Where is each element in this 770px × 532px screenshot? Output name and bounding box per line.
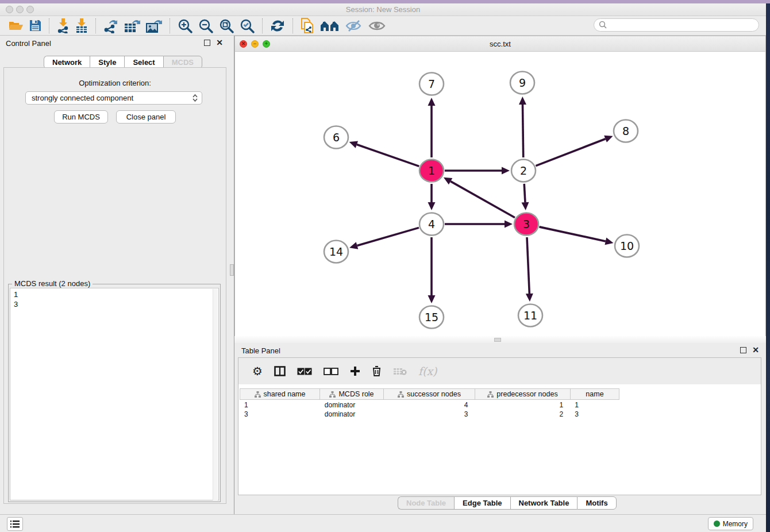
column-header-label: successor nodes xyxy=(407,390,461,398)
close-panel-icon[interactable]: ✕ xyxy=(752,347,759,353)
table-row[interactable]: 1dominator411 xyxy=(240,400,619,410)
network-close-button[interactable]: ✕ xyxy=(240,40,247,48)
save-session-icon[interactable] xyxy=(29,18,41,34)
window-zoom-button[interactable] xyxy=(26,6,34,13)
add-column-icon[interactable] xyxy=(350,366,360,376)
column-header-name[interactable]: name xyxy=(571,388,619,400)
tab-edge-table[interactable]: Edge Table xyxy=(454,496,510,510)
open-session-icon[interactable] xyxy=(9,18,24,34)
network-canvas[interactable]: 7968124314101511 xyxy=(234,52,766,336)
table-cell[interactable]: dominator xyxy=(320,400,384,410)
tab-motifs[interactable]: Motifs xyxy=(577,496,616,510)
column-header-shared-name[interactable]: shared name xyxy=(240,388,320,400)
splitter-handle[interactable] xyxy=(230,264,234,276)
node-label-10: 10 xyxy=(620,240,634,252)
table-cell[interactable]: 1 xyxy=(570,400,619,410)
column-hierarchy-icon xyxy=(487,391,494,398)
table-row[interactable]: 3dominator323 xyxy=(240,410,619,419)
table-header-row: shared nameMCDS rolesuccessor nodesprede… xyxy=(240,388,619,400)
search-icon xyxy=(599,21,607,29)
zoom-out-icon[interactable] xyxy=(198,18,213,34)
float-panel-icon[interactable] xyxy=(204,40,210,46)
edge-arrowhead xyxy=(505,221,513,228)
network-window-title: scc.txt xyxy=(235,40,765,48)
hide-selected-icon[interactable] xyxy=(345,18,363,34)
table-body: 1dominator4113dominator323 xyxy=(240,400,619,419)
show-neighbors-icon[interactable] xyxy=(320,18,340,34)
import-network-icon[interactable] xyxy=(57,18,70,34)
toolbar-separator xyxy=(170,18,170,33)
zoom-fit-icon[interactable] xyxy=(219,18,234,34)
clone-network-icon[interactable] xyxy=(301,18,314,34)
float-panel-icon[interactable] xyxy=(740,347,746,353)
column-header-label: MCDS role xyxy=(338,390,374,398)
status-bar: Memory xyxy=(0,514,766,532)
edge-arrowhead xyxy=(349,242,358,249)
column-header-predecessor-nodes[interactable]: predecessor nodes xyxy=(475,388,571,400)
table-cell[interactable]: dominator xyxy=(320,410,384,419)
table-cell[interactable]: 3 xyxy=(570,410,619,419)
zoom-in-icon[interactable] xyxy=(178,18,192,34)
node-label-14: 14 xyxy=(329,245,343,258)
edge-3-1[interactable] xyxy=(451,182,515,218)
result-scrollbar[interactable] xyxy=(213,289,218,500)
apply-layout-icon[interactable] xyxy=(270,18,285,34)
table-cell[interactable]: 2 xyxy=(475,410,570,419)
table-cell[interactable]: 4 xyxy=(384,400,475,410)
close-panel-button[interactable]: Close panel xyxy=(116,110,176,124)
edge-2-3[interactable] xyxy=(524,184,525,202)
column-header-successor-nodes[interactable]: successor nodes xyxy=(384,388,475,400)
select-stepper-icon xyxy=(192,94,198,102)
edge-2-9[interactable] xyxy=(522,105,523,157)
splitter-handle[interactable] xyxy=(494,338,501,342)
edge-3-10[interactable] xyxy=(539,227,605,241)
optimization-criterion-select[interactable]: strongly connected component xyxy=(25,91,202,105)
edge-4-14[interactable] xyxy=(357,228,419,245)
deselect-all-icon[interactable] xyxy=(324,368,338,375)
table-tabs: Node Table Edge Table Network Table Moti… xyxy=(398,496,617,510)
table-panel-header: Table Panel ✕ xyxy=(234,343,766,358)
edge-1-6[interactable] xyxy=(357,145,419,167)
memory-button[interactable]: Memory xyxy=(708,517,753,530)
edge-arrowhead xyxy=(521,202,529,210)
network-minimize-button[interactable]: − xyxy=(251,40,259,48)
table-cell[interactable]: 3 xyxy=(240,410,320,419)
network-zoom-button[interactable]: + xyxy=(263,40,270,48)
list-icon xyxy=(10,521,20,528)
node-label-3: 3 xyxy=(523,218,530,230)
mcds-result-group: MCDS result (2 nodes) 1 3 xyxy=(8,284,221,502)
column-header-MCDS-role[interactable]: MCDS role xyxy=(320,388,384,400)
window-close-button[interactable] xyxy=(6,6,13,13)
delete-column-icon[interactable] xyxy=(372,365,382,377)
memory-status-icon xyxy=(714,521,720,527)
horizontal-splitter[interactable] xyxy=(234,336,766,343)
select-all-icon[interactable] xyxy=(297,368,312,375)
network-graph: 7968124314101511 xyxy=(235,52,767,336)
main-toolbar xyxy=(0,16,766,36)
window-minimize-button[interactable] xyxy=(16,6,24,13)
tab-network-table[interactable]: Network Table xyxy=(510,496,578,510)
table-cell[interactable]: 3 xyxy=(384,410,475,419)
export-image-icon[interactable] xyxy=(146,18,162,34)
zoom-selected-icon[interactable] xyxy=(240,18,255,34)
table-cell[interactable]: 1 xyxy=(240,400,320,410)
tab-node-table[interactable]: Node Table xyxy=(398,496,454,510)
import-table-icon[interactable] xyxy=(75,18,88,34)
run-mcds-button[interactable]: Run MCDS xyxy=(54,110,108,124)
new-network-icon[interactable] xyxy=(103,18,118,34)
show-hidden-icon[interactable] xyxy=(368,18,386,34)
task-history-button[interactable] xyxy=(7,517,23,531)
edge-2-8[interactable] xyxy=(536,139,605,166)
edge-arrowhead xyxy=(349,141,358,148)
window-title: Session: New Session xyxy=(0,3,766,16)
table-cell[interactable]: 1 xyxy=(475,400,570,410)
export-table-icon[interactable] xyxy=(124,18,140,34)
mcds-result-text[interactable]: 1 3 xyxy=(10,288,219,500)
toggle-panels-icon[interactable] xyxy=(274,366,286,376)
edge-3-11[interactable] xyxy=(527,237,529,294)
vertical-splitter[interactable] xyxy=(230,36,234,514)
mcds-result-title: MCDS result (2 nodes) xyxy=(12,279,93,288)
close-panel-icon[interactable]: ✕ xyxy=(216,40,223,46)
table-settings-icon[interactable]: ⚙ xyxy=(252,364,263,378)
search-input[interactable] xyxy=(594,18,759,32)
